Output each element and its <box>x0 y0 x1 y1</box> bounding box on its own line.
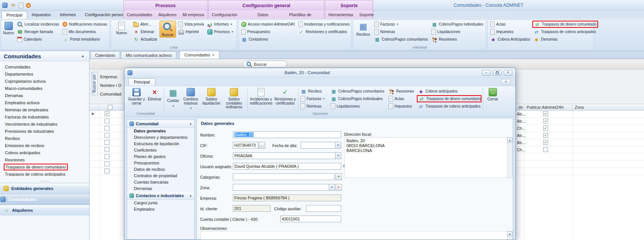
dialog-guardar-y-cerrar-button[interactable]: Guardar y cerrar <box>127 87 146 111</box>
select-all-checkbox[interactable] <box>108 105 112 110</box>
scrollbar[interactable]: ▲ <box>507 138 512 178</box>
checkbox-column-header[interactable] <box>99 104 124 111</box>
sidebar-item-emisiones-de-recibos[interactable]: Emisiones de recibos <box>0 142 89 149</box>
sidebar-item-nominas-de-empleados[interactable]: Nóminas de empleados <box>0 106 89 114</box>
tab-herramientas[interactable]: Herramientas <box>325 11 356 19</box>
categorias-field[interactable] <box>233 173 335 180</box>
dialog-tab-principal[interactable]: Principal <box>128 78 155 86</box>
ribbon-acceso-masivo-button[interactable]: Acceso masivo Adminet24H <box>240 21 296 28</box>
nav-item-direcciones[interactable]: Direcciones y departamentos <box>127 134 194 141</box>
nav-item-datos-de-recibos[interactable]: Datos de recibos <box>127 166 194 173</box>
dialog-cobros-anticipados-button[interactable]: ◆ Cobros anticipados <box>417 88 481 95</box>
ribbon-cobros-anticipados-button[interactable]: ◆ Cobros Anticipados <box>489 36 531 43</box>
row-checkbox[interactable] <box>105 147 109 152</box>
ribbon-cobros-pagos-comunitarios-button[interactable]: ▦ Cobros/Pagos comunitarios <box>373 36 429 43</box>
ribbon-nuevo-lista-button[interactable]: Nuevo <box>112 21 131 35</box>
row-checkbox[interactable] <box>105 161 109 166</box>
tab-datos-basicos[interactable]: Datos básicos <box>255 11 286 19</box>
dialog-liquidaciones-button[interactable]: Liquidaciones <box>330 103 387 110</box>
ribbon-contadores-button[interactable]: ▦ Contadores <box>240 36 296 43</box>
sidebar-item-empleados-activos[interactable]: Empleados activos <box>0 99 89 106</box>
cif-field[interactable] <box>233 142 258 149</box>
accordion-comunidad[interactable]: Comunidad ∧ <box>127 120 194 128</box>
nav-item-empleados[interactable]: Empleados <box>127 206 194 213</box>
collapse-ribbon-button[interactable]: ∧ <box>501 79 511 85</box>
tab-principal[interactable]: Principal <box>2 11 27 19</box>
nav-item-datos-generales[interactable]: Datos generales <box>127 128 194 134</box>
ribbon-traspasos-dinero-button[interactable]: ⇄ Traspasos de dinero comunitario <box>532 21 598 28</box>
tab-soporte[interactable]: Soporte <box>356 11 377 19</box>
publish-checkbox[interactable]: ✓ <box>543 118 548 123</box>
connection-icon[interactable] <box>26 3 31 8</box>
close-tab-icon[interactable]: × <box>212 53 214 57</box>
ribbon-recoger-llamada-button[interactable]: ☎ Recoger llamada <box>16 28 60 35</box>
close-button[interactable]: × <box>504 70 512 76</box>
sidebar-item-derramas[interactable]: Derramas <box>0 92 89 99</box>
sidebar-button-entidades-generales[interactable]: Entidades generales <box>0 183 89 194</box>
sidebar-item-recibos[interactable]: Recibos <box>0 135 89 142</box>
ribbon-portal-inmobiliario-button[interactable]: ⌂ Portal inmobiliario <box>61 36 108 43</box>
chevron-down-icon[interactable]: ▾ <box>335 142 341 148</box>
publish-checkbox[interactable]: ✓ <box>543 140 548 145</box>
nav-item-planes-de-gastos[interactable]: Planes de gastos <box>127 153 194 160</box>
clear-zona-button[interactable]: × <box>336 184 342 191</box>
dialog-cerrar-button[interactable]: → Cerrar <box>484 87 501 111</box>
tab-comunidades[interactable]: Comunidades <box>124 11 155 19</box>
ribbon-actas-button[interactable]: Actas <box>489 21 531 28</box>
ribbon-vista-previa-button[interactable]: Vista previa <box>177 21 205 28</box>
sidebar-button-comunidades[interactable]: Comunidades <box>0 194 89 205</box>
row-checkbox[interactable] <box>105 154 109 159</box>
empresa-field[interactable]: Fincas Pragma ( B58959784 ) <box>233 194 341 201</box>
minimize-button[interactable]: – <box>482 70 491 76</box>
maximize-button[interactable] <box>493 70 501 76</box>
pane-splitter-handle[interactable] <box>0 180 89 183</box>
collapse-pane-icon[interactable]: « <box>79 54 86 58</box>
tab-mis-comunicados-activos[interactable]: Mis comunicados activos <box>121 51 176 59</box>
dialog-recibos-button[interactable]: ▦ Recibos <box>299 88 330 95</box>
chevron-down-icon[interactable]: ▾ <box>335 153 341 159</box>
scroll-up-icon[interactable]: ▲ <box>507 231 512 236</box>
sidebar-item-macro-comunidades[interactable]: Macro-comunidades <box>0 85 89 92</box>
sidebar-item-departamentos[interactable]: Departamentos <box>0 71 89 78</box>
ribbon-reuniones-button[interactable]: Reuniones <box>430 36 485 43</box>
dialog-saldos-liquidacion-button[interactable]: Saldos liquidación <box>201 87 222 111</box>
tab-calendario[interactable]: Calendario <box>90 51 120 59</box>
ribbon-presupuestos-button[interactable]: Presupuestos <box>240 28 296 35</box>
publish-checkbox[interactable]: ✓ <box>543 133 548 138</box>
ribbon-eliminar-button[interactable]: × Eliminar <box>132 28 158 35</box>
ribbon-abrir-button[interactable]: Abrir... <box>132 21 158 28</box>
nombre-field[interactable]: Bailén, 20 <box>233 131 341 138</box>
ribbon-mis-documentos-button[interactable]: Mis documentos <box>61 28 108 35</box>
dialog-traspasos-dinero-button[interactable]: ⇄ Traspasos de dinero comunitario <box>417 95 481 102</box>
add-categoria-button[interactable]: + <box>336 173 342 180</box>
nav-item-derramas[interactable]: Derramas <box>127 185 194 192</box>
dialog-reuniones-button[interactable]: Reuniones <box>387 88 417 95</box>
tab-informes[interactable]: Informes <box>55 11 80 19</box>
publish-checkbox[interactable] <box>543 147 548 152</box>
direccion-fiscal-memo[interactable]: Bailén, 20 08010 BARCELONA BARCELONA ▲ <box>344 137 513 178</box>
dialog-impuestos-button[interactable]: Impuestos <box>387 103 417 110</box>
sidebar-item-traspasos-de-dinero-comunitario[interactable]: Traspasos de dinero comunitario <box>0 164 89 171</box>
sidebar-item-reuniones[interactable]: Reuniones <box>0 156 89 164</box>
tab-impuestos[interactable]: Impuestos <box>27 11 55 19</box>
cif-lookup-button[interactable]: … <box>259 142 265 149</box>
dialog-cuotas-button[interactable]: ▦ Cuotas ▾ <box>166 87 181 111</box>
buscar-por-vertical-tab[interactable]: Buscar por <box>92 72 98 95</box>
nav-item-estructura-liquidacion[interactable]: Estructura de liquidación <box>127 141 194 147</box>
ribbon-traspasos-cobros-button[interactable]: ⇄ Traspasos de cobros anticipados <box>532 28 598 35</box>
dialog-actas-button[interactable]: Actas <box>387 95 417 102</box>
ribbon-imprimir-button[interactable]: Imprimir <box>177 28 205 35</box>
sidebar-item-previsiones-de-industriales[interactable]: Previsiones de industriales <box>0 128 89 135</box>
nav-item-contratos-de-propiedad[interactable]: Contratos de propiedad <box>127 173 194 179</box>
ribbon-incidencias-button[interactable]: Incidencias y notificaciones <box>297 21 351 28</box>
accordion-contactos-e-industriales[interactable]: Contactos e industriales ∧ <box>127 192 194 200</box>
dialog-title-bar[interactable]: Bailén, 20 - Comunidad – × <box>125 68 515 77</box>
observaciones-field[interactable]: ▲ <box>200 231 513 240</box>
row-checkbox[interactable] <box>105 140 109 145</box>
ribbon-impuestos-button[interactable]: Impuestos <box>489 28 531 35</box>
cuenta-contable-field[interactable] <box>280 216 341 222</box>
tab-configuracion-general[interactable]: Configuración general <box>209 11 255 19</box>
nav-item-cuentas-bancarias[interactable]: Cuentas bancarias <box>127 179 194 185</box>
sidebar-item-cobros-anticipados[interactable]: Cobros anticipados <box>0 149 89 156</box>
ribbon-derramas-button[interactable]: ◆ Derramas <box>532 36 598 43</box>
